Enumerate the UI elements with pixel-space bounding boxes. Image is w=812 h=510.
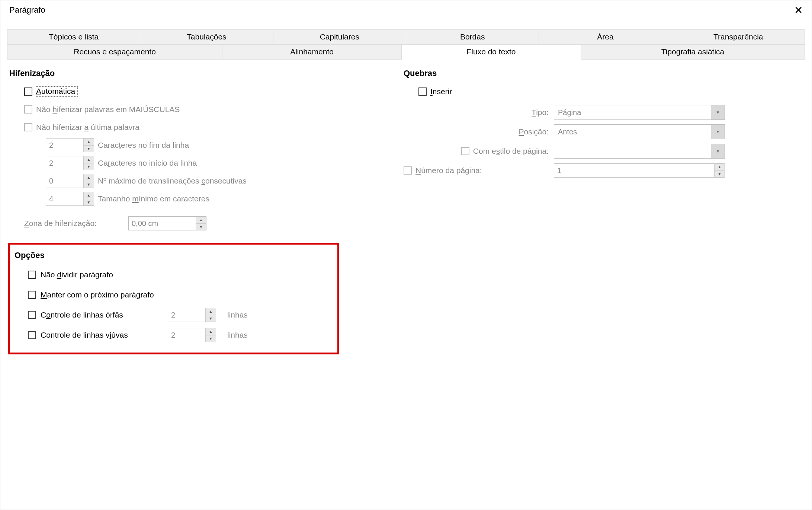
chevron-down-icon[interactable] (711, 144, 725, 158)
checkbox-page-number[interactable] (404, 166, 412, 175)
row-start-chars: 2 Caracteres no início da linha (9, 154, 396, 172)
checkbox-keep-next[interactable] (28, 291, 36, 299)
spin-max-consec-value: 0 (46, 174, 83, 188)
spin-widow-buttons (205, 328, 216, 342)
chevron-down-icon[interactable] (84, 163, 94, 170)
spin-widow[interactable]: 2 (168, 328, 216, 342)
tab-capitulares[interactable]: Capitulares (273, 29, 406, 45)
label-min-len: Tamanho mínimo em caracteres (98, 194, 209, 203)
spin-page-number[interactable]: 1 (554, 163, 725, 178)
tabs-row-1: Tópicos e lista Tabulações Capitulares B… (7, 29, 805, 45)
close-icon[interactable]: ✕ (791, 4, 806, 16)
spin-start-chars[interactable]: 2 (46, 156, 94, 170)
with-style-group: Com estilo de página: (404, 147, 549, 156)
chevron-down-icon[interactable] (206, 315, 216, 322)
row-widow: Controle de linhas viúvas 2 linhas (15, 325, 331, 345)
label-type: Tipo: (404, 108, 549, 117)
row-keep-next: Manter com o próximo parágrafo (15, 285, 331, 305)
label-with-style: Com estilo de página: (473, 147, 549, 156)
spin-end-chars-buttons (83, 138, 94, 152)
tab-area[interactable]: Área (539, 29, 672, 45)
tab-content: Hifenização Automática Não hifenizar pal… (7, 60, 805, 354)
spin-max-consec[interactable]: 0 (46, 174, 94, 188)
chevron-down-icon[interactable] (206, 335, 216, 342)
dropdown-type[interactable]: Página (554, 105, 725, 120)
checkbox-insert[interactable] (418, 87, 427, 96)
chevron-up-icon[interactable] (84, 174, 94, 181)
chevron-up-icon[interactable] (84, 156, 94, 163)
checkbox-widow[interactable] (28, 331, 36, 339)
tab-tabulacoes[interactable]: Tabulações (140, 29, 273, 45)
chevron-up-icon[interactable] (206, 328, 216, 335)
label-insert: Inserir (430, 87, 452, 96)
window-title: Parágrafo (9, 5, 45, 15)
checkbox-no-last[interactable] (24, 123, 32, 131)
chevron-up-icon[interactable] (206, 308, 216, 315)
section-options: Opções (15, 251, 331, 260)
checkbox-automatic[interactable] (24, 87, 32, 96)
chevron-up-icon[interactable] (715, 164, 725, 170)
chevron-up-icon[interactable] (196, 217, 206, 223)
spin-end-chars[interactable]: 2 (46, 138, 94, 152)
checkbox-orphan[interactable] (28, 311, 36, 319)
chevron-up-icon[interactable] (84, 192, 94, 199)
tab-recuos[interactable]: Recuos e espaçamento (7, 45, 222, 60)
label-keep-next: Manter com o próximo parágrafo (41, 290, 154, 299)
tab-bordas[interactable]: Bordas (406, 29, 539, 45)
chevron-up-icon[interactable] (84, 138, 94, 145)
label-no-caps: Não hifenizar palavras em MAIÚSCULAS (36, 105, 180, 114)
row-no-last: Não hifenizar a última palavra (9, 118, 396, 136)
chevron-down-icon[interactable] (711, 105, 725, 119)
spin-widow-value: 2 (168, 328, 205, 342)
label-orphan: Controle de linhas órfãs (41, 310, 163, 319)
spin-zone[interactable]: 0,00 cm (128, 216, 206, 230)
spin-min-len[interactable]: 4 (46, 192, 94, 206)
row-insert: Inserir (404, 83, 805, 101)
row-page-number: Número da página: 1 (404, 161, 805, 180)
label-automatic: Automática (35, 86, 78, 97)
spin-start-chars-value: 2 (46, 156, 83, 170)
label-zone: Zona de hifenização: (24, 219, 125, 228)
spin-orphan[interactable]: 2 (168, 308, 216, 322)
suffix-widow: linhas (227, 331, 248, 340)
chevron-down-icon[interactable] (715, 170, 725, 178)
spin-min-len-value: 4 (46, 192, 83, 205)
label-no-split: Não dividir parágrafo (41, 270, 163, 279)
chevron-down-icon[interactable] (84, 181, 94, 188)
spin-orphan-buttons (205, 308, 216, 322)
tab-fluxo-texto[interactable]: Fluxo do texto (402, 45, 581, 60)
row-zone: Zona de hifenização: 0,00 cm (9, 214, 396, 232)
spin-zone-value: 0,00 cm (129, 217, 196, 230)
tabs-row-2: Recuos e espaçamento Alinhamento Fluxo d… (7, 45, 805, 60)
spin-end-chars-value: 2 (46, 138, 83, 152)
spin-max-consec-buttons (83, 174, 94, 188)
checkbox-with-style[interactable] (461, 147, 469, 155)
tab-transparencia[interactable]: Transparência (672, 29, 805, 45)
dropdown-position[interactable]: Antes (554, 124, 725, 139)
chevron-down-icon[interactable] (711, 125, 725, 139)
tab-tipografia-asiatica[interactable]: Tipografia asiática (581, 45, 805, 60)
spin-start-chars-buttons (83, 156, 94, 170)
row-no-split: Não dividir parágrafo (15, 265, 331, 285)
spin-orphan-value: 2 (168, 308, 205, 322)
row-orphan: Controle de linhas órfãs 2 linhas (15, 305, 331, 325)
page-number-group: Número da página: (404, 166, 549, 175)
tab-topicos-lista[interactable]: Tópicos e lista (7, 29, 140, 45)
label-no-last: Não hifenizar a última palavra (36, 123, 139, 132)
spin-zone-buttons (196, 217, 206, 230)
checkbox-no-split[interactable] (28, 271, 36, 279)
spin-page-number-value: 1 (554, 164, 714, 177)
chevron-down-icon[interactable] (196, 223, 206, 230)
chevron-down-icon[interactable] (84, 145, 94, 152)
dropdown-with-style[interactable] (554, 144, 725, 159)
paragraph-dialog: Parágrafo ✕ Tópicos e lista Tabulações C… (0, 0, 812, 510)
tab-alinhamento[interactable]: Alinhamento (222, 45, 402, 60)
chevron-down-icon[interactable] (84, 199, 94, 206)
dialog-body: Tópicos e lista Tabulações Capitulares B… (0, 23, 812, 354)
row-type: Tipo: Página (404, 103, 805, 122)
checkbox-no-caps[interactable] (24, 105, 32, 114)
row-with-style: Com estilo de página: (404, 141, 805, 161)
dropdown-with-style-value (554, 144, 711, 158)
section-hyphenation: Hifenização (9, 68, 396, 78)
label-widow: Controle de linhas viúvas (41, 331, 163, 340)
